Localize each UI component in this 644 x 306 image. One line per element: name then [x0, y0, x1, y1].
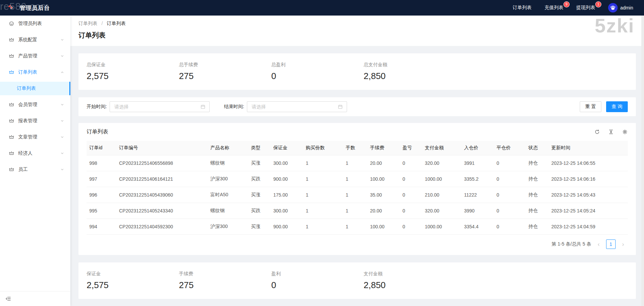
- calendar-icon: [200, 104, 206, 109]
- orders-table: 订单id 订单编号 产品名称 类型 保证金 购买份数 手数 手续费 盈亏 支付金…: [87, 141, 628, 235]
- crown-icon: [9, 151, 14, 156]
- reload-icon[interactable]: [594, 129, 600, 135]
- crown-icon: [9, 167, 14, 172]
- crown-icon: [9, 134, 14, 140]
- stat-profit: 盈利 0: [271, 271, 364, 290]
- stats-summary-card: 总保证金 2,575 总手续费 275 总盈利 0 总支付金额 2,850: [78, 53, 636, 90]
- sidebar-item-system-config[interactable]: 系统配置: [0, 32, 70, 48]
- app-logo-icon: [6, 3, 16, 13]
- sidebar-item-article-mgmt[interactable]: 文章管理: [0, 129, 70, 145]
- crown-icon: [9, 37, 14, 43]
- table-row[interactable]: 997CP202312251406164121 沪深300买跌 900.001 …: [87, 171, 628, 187]
- crown-icon: [9, 118, 14, 124]
- stat-fee: 手续费 275: [179, 271, 271, 290]
- chevron-down-icon: [60, 119, 64, 123]
- chevron-down-icon: [60, 38, 64, 42]
- breadcrumb-parent[interactable]: 订单列表: [78, 21, 97, 26]
- breadcrumb-current: 订单列表: [107, 21, 126, 26]
- stat-paid: 支付金额 2,850: [364, 271, 456, 290]
- next-page-button[interactable]: ›: [618, 239, 628, 249]
- page-title: 订单列表: [78, 31, 636, 40]
- stat-total-fee: 总手续费 275: [179, 62, 271, 81]
- filter-bar: 开始时间: 结束时间: 重 置 查 询: [78, 97, 636, 116]
- breadcrumb: 订单列表 / 订单列表: [78, 21, 636, 27]
- table-row[interactable]: 998CP202312251406556898 螺纹钢买涨 300.001 12…: [87, 155, 628, 171]
- crown-icon: [9, 102, 14, 107]
- table-row[interactable]: 995CP202312251405243340 螺纹钢买跌 300.001 12…: [87, 203, 628, 219]
- table-row[interactable]: 996CP202312251405439060 富时A50买涨 175.001 …: [87, 187, 628, 203]
- nav-order-list[interactable]: 订单列表: [513, 5, 532, 11]
- sidebar-item-product-mgmt[interactable]: 产品管理: [0, 48, 70, 64]
- sidebar-item-member-mgmt[interactable]: 会员管理: [0, 97, 70, 113]
- smile-icon: [9, 21, 14, 26]
- paw-icon: [609, 4, 617, 11]
- chevron-down-icon: [60, 135, 64, 139]
- sidebar-item-order-list[interactable]: 订单列表: [0, 64, 70, 80]
- chevron-down-icon: [60, 54, 64, 58]
- pagination-summary: 第 1-5 条/总共 5 条: [552, 241, 591, 247]
- crown-icon: [9, 53, 14, 59]
- pagination: 第 1-5 条/总共 5 条 ‹ 1 ›: [87, 239, 628, 249]
- username: admin: [620, 5, 633, 10]
- recharge-badge: 9: [564, 2, 569, 7]
- end-time-input[interactable]: [251, 104, 338, 110]
- end-time-picker[interactable]: [247, 101, 347, 112]
- page-scrollbar[interactable]: [641, 16, 644, 306]
- current-page-button[interactable]: 1: [606, 239, 616, 249]
- header-nav: 订单列表 充值列表 9 提现列表 1 admin: [513, 3, 633, 12]
- order-table-card: 订单列表 订单id: [78, 123, 636, 255]
- stat-total-paid: 总支付金额 2,850: [364, 62, 456, 81]
- search-button[interactable]: 查 询: [606, 101, 628, 112]
- table-header-row: 订单id 订单编号 产品名称 类型 保证金 购买份数 手数 手续费 盈亏 支付金…: [87, 141, 628, 155]
- sidebar-item-admin-list[interactable]: 管理员列表: [0, 16, 70, 32]
- calendar-icon: [338, 104, 343, 109]
- chevron-down-icon: [60, 103, 64, 107]
- density-icon[interactable]: [608, 129, 614, 135]
- user-menu[interactable]: admin: [608, 3, 633, 12]
- menu-fold-icon: [5, 296, 11, 302]
- page-header: 订单列表 / 订单列表 订单列表: [70, 16, 644, 46]
- brand-title: 管理员后台: [20, 4, 50, 12]
- withdraw-badge: 1: [596, 2, 601, 7]
- reset-button[interactable]: 重 置: [580, 101, 601, 112]
- sidebar: 管理员列表 系统配置 产品管理 订单列表 订单列表 会: [0, 16, 70, 306]
- sidebar-item-broker[interactable]: 经济人: [0, 145, 70, 161]
- stats-footer-card: 保证金 2,575 手续费 275 盈利 0 支付金额 2,850: [78, 262, 636, 299]
- prev-page-button[interactable]: ‹: [594, 239, 603, 249]
- table-row[interactable]: 994CP202312251404592300 沪深300买涨 900.001 …: [87, 219, 628, 235]
- sidebar-subitem-order-list[interactable]: 订单列表: [0, 82, 70, 95]
- top-header: 管理员后台 订单列表 充值列表 9 提现列表 1 admin: [0, 0, 644, 16]
- crown-icon: [9, 70, 14, 75]
- stat-total-profit: 总盈利 0: [271, 62, 364, 81]
- start-time-label: 开始时间:: [87, 104, 107, 110]
- end-time-label: 结束时间:: [224, 104, 244, 110]
- nav-withdraw-list[interactable]: 提现列表 1: [576, 5, 595, 11]
- page-body: 总保证金 2,575 总手续费 275 总盈利 0 总支付金额 2,850: [70, 46, 644, 306]
- stat-margin: 保证金 2,575: [87, 271, 179, 290]
- start-time-picker[interactable]: [110, 101, 210, 112]
- stat-total-margin: 总保证金 2,575: [87, 62, 179, 81]
- sidebar-item-staff[interactable]: 员工: [0, 161, 70, 178]
- chevron-up-icon: [60, 70, 64, 74]
- chevron-down-icon: [60, 168, 64, 172]
- avatar: [608, 3, 618, 12]
- sidebar-item-report-mgmt[interactable]: 报表管理: [0, 113, 70, 129]
- chevron-down-icon: [60, 151, 64, 155]
- nav-recharge-list[interactable]: 充值列表 9: [545, 5, 564, 11]
- column-settings-gear-icon[interactable]: [622, 129, 628, 135]
- brand[interactable]: 管理员后台: [6, 3, 50, 13]
- content-area: 订单列表 / 订单列表 订单列表 总保证金 2,575 总手续费 275 总盈利: [70, 16, 644, 306]
- table-title: 订单列表: [87, 128, 108, 135]
- breadcrumb-separator: /: [101, 21, 103, 26]
- start-time-input[interactable]: [114, 104, 200, 110]
- sidebar-collapse-trigger[interactable]: [0, 291, 70, 306]
